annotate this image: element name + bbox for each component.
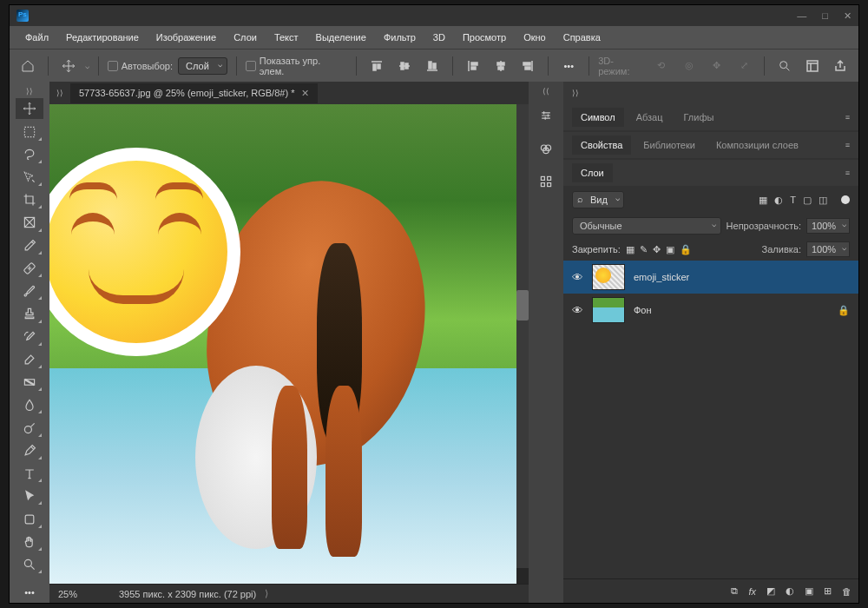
fill-input[interactable]: 100% — [806, 241, 850, 257]
frame-tool[interactable] — [16, 212, 43, 233]
align-hcenter-icon[interactable] — [490, 55, 512, 77]
path-select-tool[interactable] — [16, 486, 43, 506]
more-tools-icon[interactable]: ••• — [16, 582, 43, 603]
menu-file[interactable]: Файл — [18, 29, 56, 46]
eyedropper-tool[interactable] — [16, 235, 43, 256]
align-bottom-icon[interactable] — [421, 55, 444, 77]
close-button[interactable]: ✕ — [844, 10, 852, 22]
panel-collapse-icon[interactable]: ⟩⟩ — [572, 89, 579, 97]
home-icon[interactable] — [16, 55, 39, 77]
link-layers-icon[interactable]: ⧉ — [731, 585, 738, 597]
history-brush-tool[interactable] — [16, 327, 43, 347]
layer-thumbnail[interactable] — [592, 297, 625, 323]
menu-help[interactable]: Справка — [556, 29, 608, 46]
gradient-tool[interactable] — [16, 372, 43, 393]
dodge-tool[interactable] — [16, 417, 43, 438]
workspace-icon[interactable] — [801, 55, 824, 77]
blur-tool[interactable] — [16, 394, 43, 415]
filter-pixel-icon[interactable]: ▦ — [759, 195, 767, 206]
minimize-button[interactable]: — — [797, 10, 806, 22]
brush-tool[interactable] — [16, 281, 43, 301]
vertical-scrollbar[interactable] — [516, 104, 529, 568]
lock-artboard-icon[interactable]: ▣ — [666, 244, 674, 255]
menu-edit[interactable]: Редактирование — [59, 29, 146, 46]
align-vcenter-icon[interactable] — [393, 55, 416, 77]
blend-mode-dropdown[interactable]: Обычные — [572, 217, 721, 235]
3d-slide-icon[interactable]: ⤢ — [733, 55, 756, 77]
zoom-level[interactable]: 25% — [58, 589, 110, 599]
3d-orbit-icon[interactable]: ⟲ — [650, 55, 673, 77]
auto-select-checkbox[interactable]: Автовыбор: — [108, 61, 173, 71]
doc-info-expand-icon[interactable]: ⟩ — [265, 588, 268, 599]
share-icon[interactable] — [829, 55, 852, 77]
align-right-icon[interactable] — [517, 55, 540, 77]
healing-tool[interactable] — [16, 258, 43, 279]
lasso-tool[interactable] — [16, 144, 43, 165]
filter-smart-icon[interactable]: ◫ — [819, 195, 827, 206]
eraser-tool[interactable] — [16, 349, 43, 370]
lock-position-icon[interactable]: ✥ — [653, 244, 661, 255]
tab-close-icon[interactable]: ✕ — [301, 88, 309, 99]
document-tab[interactable]: 57733-65637.jpg @ 25% (emoji_sticker, RG… — [70, 83, 318, 103]
filter-type-icon[interactable]: T — [790, 195, 796, 206]
tab-character[interactable]: Символ — [572, 108, 624, 127]
doc-expand-icon[interactable]: ⟩⟩ — [56, 89, 63, 97]
menu-layers[interactable]: Слои — [227, 29, 264, 46]
zoom-tool[interactable] — [16, 554, 43, 575]
menu-view[interactable]: Просмотр — [456, 29, 513, 46]
new-group-icon[interactable]: ▣ — [805, 585, 813, 597]
layer-mask-icon[interactable]: ◩ — [766, 585, 775, 597]
tab-layer-comps[interactable]: Композиции слоев — [707, 135, 807, 155]
delete-layer-icon[interactable]: 🗑 — [842, 586, 852, 597]
opacity-input[interactable]: 100% — [806, 218, 850, 234]
menu-filter[interactable]: Фильтр — [377, 29, 423, 46]
shape-tool[interactable] — [16, 508, 43, 529]
more-align-icon[interactable]: ••• — [557, 55, 580, 77]
adjustment-layer-icon[interactable]: ◐ — [786, 585, 794, 597]
move-tool[interactable] — [16, 98, 43, 119]
lock-all-icon[interactable]: 🔒 — [680, 244, 692, 255]
align-left-icon[interactable] — [462, 55, 484, 77]
layer-row[interactable]: 👁 emoji_sticker — [563, 261, 858, 294]
move-tool-icon[interactable] — [57, 55, 80, 77]
hand-tool[interactable] — [16, 532, 43, 552]
filter-toggle[interactable] — [841, 195, 850, 204]
panel-menu-icon[interactable]: ≡ — [845, 113, 850, 122]
filter-adjust-icon[interactable]: ◐ — [774, 195, 783, 206]
pen-tool[interactable] — [16, 440, 43, 461]
layer-fx-icon[interactable]: fx — [748, 586, 756, 597]
visibility-icon[interactable]: 👁 — [572, 271, 583, 284]
swatches-icon[interactable] — [533, 135, 559, 162]
search-icon[interactable] — [773, 55, 796, 77]
menu-window[interactable]: Окно — [516, 29, 553, 46]
tab-properties[interactable]: Свойства — [572, 135, 631, 155]
layer-thumbnail[interactable] — [592, 264, 625, 290]
tab-libraries[interactable]: Библиотеки — [635, 135, 704, 155]
lock-pixels-icon[interactable]: ▦ — [626, 244, 635, 255]
panels-expand-icon[interactable]: ⟨⟨ — [542, 87, 549, 96]
tab-layers[interactable]: Слои — [572, 163, 613, 182]
3d-pan-icon[interactable]: ✥ — [706, 55, 728, 77]
3d-roll-icon[interactable]: ◎ — [678, 55, 700, 77]
menu-3d[interactable]: 3D — [426, 29, 452, 46]
menu-image[interactable]: Изображение — [149, 29, 223, 46]
auto-select-target-dropdown[interactable]: Слой — [178, 57, 227, 75]
panel-menu-icon[interactable]: ≡ — [845, 141, 850, 149]
filter-shape-icon[interactable]: ▢ — [803, 195, 812, 206]
grid-icon[interactable] — [533, 169, 559, 195]
show-controls-checkbox[interactable]: Показать упр. элем. — [246, 56, 347, 76]
tab-glyphs[interactable]: Глифы — [675, 108, 723, 127]
lock-brush-icon[interactable]: ✎ — [640, 244, 648, 255]
crop-tool[interactable] — [16, 189, 43, 210]
menu-text[interactable]: Текст — [267, 29, 306, 46]
menu-select[interactable]: Выделение — [309, 29, 373, 46]
align-top-icon[interactable] — [365, 55, 388, 77]
quick-select-tool[interactable] — [16, 167, 43, 188]
type-tool[interactable] — [16, 463, 43, 484]
canvas-viewport[interactable] — [49, 104, 529, 584]
tab-paragraph[interactable]: Абзац — [628, 108, 672, 127]
visibility-icon[interactable]: 👁 — [572, 304, 583, 317]
panel-menu-icon[interactable]: ≡ — [845, 169, 850, 177]
maximize-button[interactable]: □ — [822, 10, 828, 22]
tools-expand-icon[interactable]: ⟩⟩ — [10, 87, 49, 96]
